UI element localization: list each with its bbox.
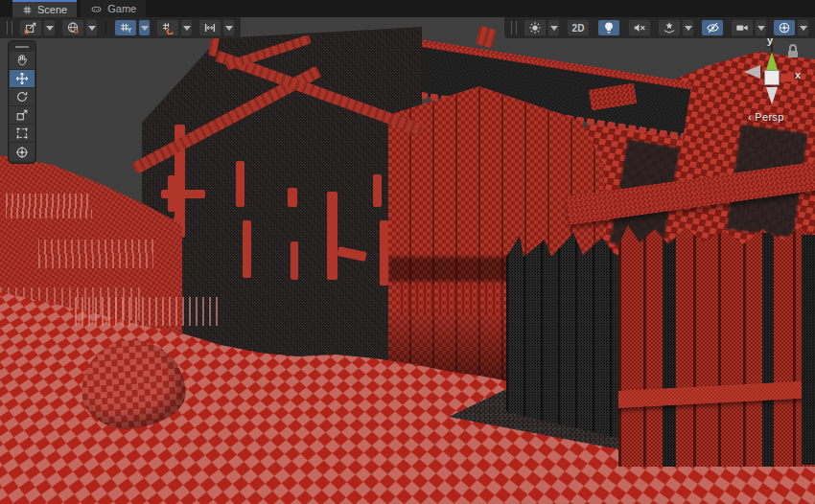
- move-arrows-icon: [15, 72, 29, 85]
- mode-2d-label: 2D: [572, 23, 585, 34]
- projection-back-arrow: ‹: [748, 111, 752, 123]
- tools-drag-handle[interactable]: [15, 46, 29, 48]
- chevron-down-icon: [183, 26, 191, 31]
- gate-dark-post-2: [762, 233, 774, 467]
- eye-slash-icon: [706, 21, 720, 34]
- chevron-down-icon: [46, 26, 54, 31]
- snap-increment-dropdown[interactable]: [222, 19, 235, 36]
- game-controller-icon: [90, 4, 103, 14]
- scene-viewport[interactable]: y x ‹ Persp: [0, 17, 815, 504]
- view-hand-tool-button[interactable]: [10, 52, 35, 70]
- chevron-down-icon: [550, 26, 558, 31]
- snap-increment-button[interactable]: [198, 19, 221, 36]
- gizmo-neg-y-cone[interactable]: [766, 87, 778, 104]
- padlock-shackle: [789, 44, 797, 51]
- sign-glyph: [373, 174, 382, 207]
- tools-overlay: [8, 40, 36, 164]
- grid-snapping-button[interactable]: [156, 19, 179, 36]
- tool-handle-position-dropdown[interactable]: [43, 19, 56, 36]
- gizmo-z-axis-cone[interactable]: [744, 65, 760, 79]
- grid-visibility-dropdown[interactable]: [138, 19, 151, 36]
- gizmo-x-axis-bar[interactable]: [780, 74, 794, 81]
- tool-handle-rotation-button[interactable]: [61, 19, 84, 36]
- tab-bar: Scene Game: [0, 0, 815, 17]
- toolbar-separator: [105, 21, 106, 34]
- tool-settings-toolbar: Y: [0, 17, 241, 38]
- hidden-objects-button[interactable]: [701, 19, 724, 36]
- padlock-body: [788, 51, 798, 57]
- move-tool-button[interactable]: [10, 70, 35, 88]
- grid-snapping-dropdown[interactable]: [180, 19, 193, 36]
- gizmo-x-axis-label: x: [795, 69, 801, 80]
- rotate-tool-button[interactable]: [10, 88, 35, 106]
- muted-speaker-icon: [633, 21, 646, 34]
- tab-scene-label: Scene: [37, 4, 67, 15]
- rotate-circular-arrows-icon: [15, 90, 29, 103]
- hand-icon: [15, 54, 29, 67]
- sign-glyph: [168, 175, 175, 212]
- sun-icon: [528, 21, 542, 34]
- gate-right-edge-post: [802, 235, 815, 465]
- tool-handle-rotation-dropdown[interactable]: [85, 19, 98, 36]
- globe-icon: [66, 21, 80, 34]
- gizmo-projection-label[interactable]: ‹ Persp: [748, 111, 784, 123]
- draw-mode-button[interactable]: [524, 19, 547, 36]
- rect-tool-button[interactable]: [10, 125, 35, 143]
- scale-icon: [15, 108, 29, 122]
- draw-mode-dropdown[interactable]: [547, 19, 560, 36]
- hill-grass-light-2: [38, 240, 153, 268]
- chevron-down-icon: [141, 26, 149, 31]
- toolbar-drag-handle[interactable]: [7, 21, 12, 34]
- snap-bars-icon: [203, 21, 217, 34]
- scene-grid-icon: [22, 5, 33, 15]
- transform-combined-icon: [15, 146, 29, 159]
- sign-glyph: [288, 188, 297, 207]
- audio-mute-button[interactable]: [628, 19, 651, 36]
- gizmo-lock-icon[interactable]: [788, 44, 798, 57]
- effects-dropdown[interactable]: [682, 19, 694, 36]
- sign-glyph: [236, 161, 244, 207]
- gate-dark-post-1: [663, 225, 676, 467]
- gate-plank-gaps: [618, 225, 815, 467]
- tab-game[interactable]: Game: [81, 0, 146, 17]
- effects-button[interactable]: [658, 19, 681, 36]
- lightbulb-icon: [602, 21, 616, 34]
- gate-red-planks: [618, 225, 815, 467]
- gizmo-center-cube[interactable]: [764, 70, 780, 85]
- sign-glyph: [291, 241, 298, 280]
- hill-grass-light-1: [6, 194, 92, 218]
- grid-visibility-button[interactable]: Y: [114, 19, 137, 36]
- gizmo-y-axis-label: y: [767, 34, 773, 46]
- tab-game-label: Game: [107, 3, 136, 14]
- scene-lighting-button[interactable]: [597, 19, 620, 36]
- grid-magnet-icon: [161, 21, 175, 34]
- sign-glyph: [327, 192, 338, 280]
- chevron-down-icon: [225, 26, 233, 31]
- sign-glyph: [243, 220, 251, 278]
- transform-tool-button[interactable]: [10, 143, 35, 161]
- effects-star-icon: [663, 21, 676, 34]
- scale-tool-button[interactable]: [10, 106, 35, 125]
- projection-text: Persp: [755, 111, 783, 123]
- rooftop-red-bit: [475, 25, 497, 48]
- sign-glyph: [380, 220, 388, 286]
- grass-tufts-light: [75, 297, 219, 326]
- pivot-square-arrow-icon: [24, 21, 37, 34]
- mode-2d-button[interactable]: 2D: [567, 19, 590, 36]
- tool-handle-position-button[interactable]: [19, 19, 42, 36]
- rect-corners-icon: [15, 126, 29, 140]
- chevron-down-icon: [88, 26, 96, 31]
- svg-text:Y: Y: [128, 27, 132, 34]
- orientation-gizmo[interactable]: y x ‹ Persp: [725, 27, 815, 123]
- chevron-down-icon: [685, 26, 692, 31]
- tab-scene[interactable]: Scene: [12, 0, 77, 17]
- toolbar-drag-handle[interactable]: [511, 21, 517, 34]
- grid-y-icon: Y: [119, 21, 132, 34]
